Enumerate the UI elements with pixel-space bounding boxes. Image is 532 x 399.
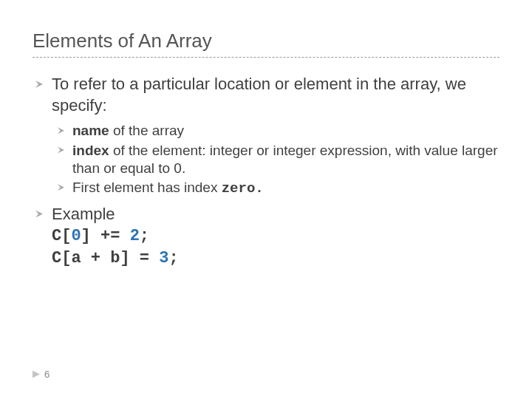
sub-bullet-index-text: index of the element: integer or integer… [72, 142, 499, 178]
code2-c: ; [168, 249, 178, 267]
main-bullet-list: To refer to a particular location or ele… [33, 74, 499, 270]
footer-marker-icon [33, 371, 40, 378]
bullet-intro: To refer to a particular location or ele… [33, 74, 499, 197]
code1-a: C[ [52, 227, 71, 245]
code-line-1: C[0] += 2; [52, 225, 499, 248]
code2-b: 3 [159, 249, 168, 267]
page-number: 6 [44, 369, 50, 380]
bullet-example: Example C[0] += 2; C[a + b] = 3; [33, 203, 499, 269]
slide-title: Elements of An Array [33, 30, 499, 58]
code1-e: ; [140, 227, 149, 245]
bullet-intro-text: To refer to a particular location or ele… [52, 74, 499, 116]
sub2-bold: index [72, 143, 109, 158]
code1-d: 2 [130, 227, 140, 245]
code1-b: 0 [71, 227, 81, 245]
sub-bullet-zero-text: First element has index zero. [72, 179, 499, 197]
sub-bullet-name-text: name of the array [72, 122, 499, 140]
sub3-pre: First element has index [72, 180, 222, 195]
sub2-rest: of the element: integer or integer expre… [72, 143, 498, 176]
example-block: Example C[0] += 2; C[a + b] = 3; [52, 203, 499, 269]
code2-a: C[a + b] = [52, 249, 159, 267]
sub-bullet-zero: First element has index zero. [56, 179, 499, 197]
sub-bullet-list: name of the array index of the element: … [56, 122, 499, 197]
slide-footer: 6 [33, 369, 50, 380]
sub-bullet-name: name of the array [56, 122, 499, 140]
code1-c: ] += [81, 227, 130, 245]
code-line-2: C[a + b] = 3; [52, 248, 499, 270]
sub-bullet-index: index of the element: integer or integer… [56, 142, 499, 178]
example-label: Example [52, 203, 499, 225]
sub1-bold: name [72, 123, 109, 138]
sub3-code: zero. [222, 180, 264, 197]
sub1-rest: of the array [109, 123, 184, 138]
